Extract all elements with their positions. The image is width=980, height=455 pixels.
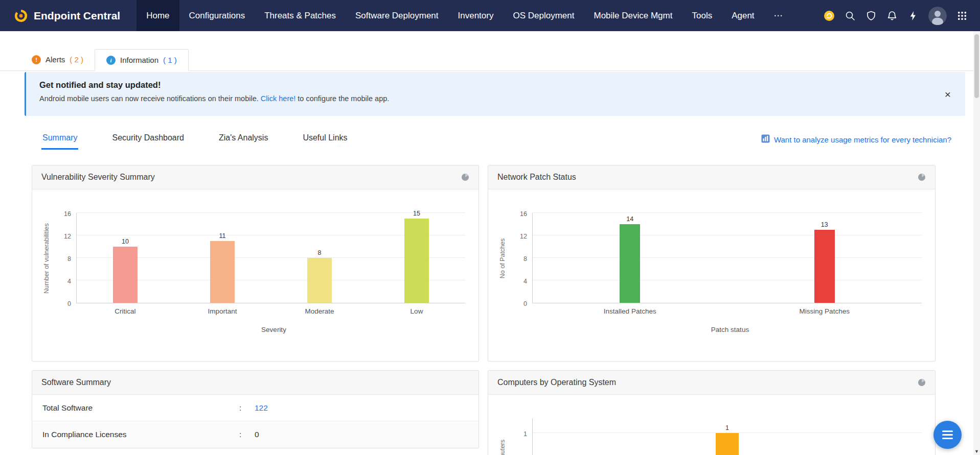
y-axis-label: Number of vulnerabilities: [43, 223, 50, 294]
nav-item-more-ellipsis[interactable]: ⋯: [764, 0, 792, 31]
nav-item-configurations[interactable]: Configurations: [179, 0, 255, 31]
nav-item-agent[interactable]: Agent: [722, 0, 764, 31]
analyze-usage-icon: [761, 134, 770, 145]
bar[interactable]: [716, 433, 739, 455]
pie-chart-icon[interactable]: [918, 378, 926, 387]
tab-summary[interactable]: Summary: [41, 129, 78, 150]
bar-value-label: 14: [626, 215, 633, 223]
nav-item-home[interactable]: Home: [136, 0, 179, 31]
bar-group-important: 11Important: [210, 232, 235, 303]
close-icon[interactable]: ×: [945, 89, 951, 100]
plot-area: 14Installed Patches13Missing Patches: [532, 213, 922, 303]
tab-alerts-count: ( 2 ): [70, 55, 83, 64]
card-header: Vulnerability Severity Summary: [32, 165, 478, 189]
renewal-refresh-icon[interactable]: [824, 10, 835, 21]
y-axis: No of Patches 0481216: [495, 213, 532, 303]
bar-group-os: 1: [716, 424, 739, 455]
bar[interactable]: [307, 258, 332, 303]
total-software-count-link[interactable]: 122: [255, 403, 478, 413]
x-axis-label: Severity: [32, 326, 478, 333]
bar-value-label: 13: [821, 221, 828, 228]
alert-tabs-bar: ! Alerts ( 2 ) i Information ( 1 ): [0, 49, 980, 71]
x-category-label: Moderate: [305, 307, 334, 315]
card-network-patch-status: Network Patch Status No of Patches 04812…: [488, 165, 936, 362]
vulnerability-bar-chart: Number of vulnerabilities 0481216 10Crit…: [39, 213, 465, 303]
card-title: Network Patch Status: [497, 173, 576, 182]
bar[interactable]: [814, 230, 835, 303]
notifications-bell-icon[interactable]: [886, 10, 898, 21]
hamburger-icon: [942, 430, 953, 432]
row-separator: :: [239, 430, 255, 439]
banner-text-after: to configure the mobile app.: [295, 94, 389, 103]
table-row-total-software: Total Software : 122: [32, 395, 478, 421]
gridline: [533, 257, 922, 258]
apps-grid-icon[interactable]: [956, 10, 968, 21]
dashboard-tabs-row: Summary Security Dashboard Zia's Analysi…: [32, 129, 951, 150]
nav-item-software-deployment[interactable]: Software Deployment: [346, 0, 448, 31]
tab-useful-links[interactable]: Useful Links: [302, 129, 348, 150]
shield-icon[interactable]: [865, 10, 877, 21]
card-header: Network Patch Status: [488, 165, 935, 189]
card-title: Software Summary: [41, 378, 111, 387]
y-axis-label: No of Computers: [499, 439, 506, 455]
brand-title: Endpoint Central: [34, 10, 120, 22]
bar-group-moderate: 8Moderate: [307, 249, 332, 303]
bar-value-label: 15: [413, 210, 420, 217]
bar[interactable]: [404, 219, 429, 303]
card-vulnerability-severity-summary: Vulnerability Severity Summary Number of…: [32, 165, 479, 362]
gridline: [533, 280, 922, 280]
tab-information[interactable]: i Information ( 1 ): [95, 49, 189, 71]
bar[interactable]: [620, 224, 640, 303]
nav-item-tools[interactable]: Tools: [682, 0, 722, 31]
dashboard-tabs: Summary Security Dashboard Zia's Analysi…: [32, 129, 349, 150]
notification-banner: Get notified and stay updated! Android m…: [25, 72, 965, 116]
y-tick-label: 16: [64, 210, 71, 218]
y-tick-label: 12: [520, 233, 527, 240]
x-category-label: Installed Patches: [604, 307, 656, 315]
banner-body: Android mobile users can now receive not…: [39, 94, 935, 103]
pie-chart-icon[interactable]: [918, 173, 926, 181]
nav-item-mobile-device-mgmt[interactable]: Mobile Device Mgmt: [584, 0, 682, 31]
y-tick-label: 8: [67, 255, 71, 262]
banner-text-before: Android mobile users can now receive not…: [39, 94, 261, 103]
x-category-label: Critical: [115, 307, 135, 315]
tab-information-count: ( 1 ): [163, 56, 177, 64]
table-row-in-compliance-licenses: In Compliance Licenses : 0: [32, 421, 478, 448]
bar-group-missing-patches: 13Missing Patches: [814, 221, 835, 303]
quick-menu-fab[interactable]: [933, 421, 962, 449]
bar-value-label: 11: [219, 232, 226, 240]
bar-value-label: 10: [122, 238, 129, 245]
quick-actions-lightning-icon[interactable]: [907, 10, 919, 21]
bar[interactable]: [113, 247, 138, 303]
search-icon[interactable]: [845, 10, 856, 21]
banner-click-here-link[interactable]: Click here!: [261, 94, 296, 103]
navbar-actions: [824, 0, 968, 31]
tab-zias-analysis[interactable]: Zia's Analysis: [218, 129, 269, 150]
card-header: Computers by Operating System: [488, 371, 935, 395]
nav-item-threats-patches[interactable]: Threats & Patches: [255, 0, 346, 31]
top-navbar: Endpoint Central Home Configurations Thr…: [0, 0, 980, 31]
main-nav: Home Configurations Threats & Patches So…: [136, 0, 824, 31]
usage-metrics-link[interactable]: Want to analyze usage metrics for every …: [761, 134, 951, 145]
bar-group-critical: 10Critical: [113, 238, 138, 303]
scroll-down-arrow-icon[interactable]: ▼: [973, 449, 980, 454]
computers-by-os-bar-chart: No of Computers 1 1: [495, 418, 922, 455]
nav-item-os-deployment[interactable]: OS Deployment: [503, 0, 584, 31]
gridline: [533, 235, 922, 235]
x-category-label: Important: [208, 307, 237, 315]
nav-item-inventory[interactable]: Inventory: [448, 0, 504, 31]
card-header: Software Summary: [32, 371, 478, 395]
x-category-label: Low: [411, 307, 423, 315]
tab-alerts-label: Alerts: [45, 55, 65, 64]
scrollbar-thumb[interactable]: [974, 34, 979, 98]
card-software-summary: Software Summary Total Software : 122 In…: [32, 370, 479, 448]
vertical-scrollbar[interactable]: ▼: [973, 31, 980, 455]
tab-alerts[interactable]: ! Alerts ( 2 ): [20, 49, 95, 70]
bar[interactable]: [210, 241, 235, 303]
pie-chart-icon[interactable]: [461, 173, 469, 181]
row-separator: :: [239, 403, 255, 413]
tab-security-dashboard[interactable]: Security Dashboard: [111, 129, 185, 150]
x-category-label: Missing Patches: [800, 307, 850, 315]
user-avatar[interactable]: [928, 7, 947, 25]
x-axis-label: Patch status: [488, 326, 935, 333]
